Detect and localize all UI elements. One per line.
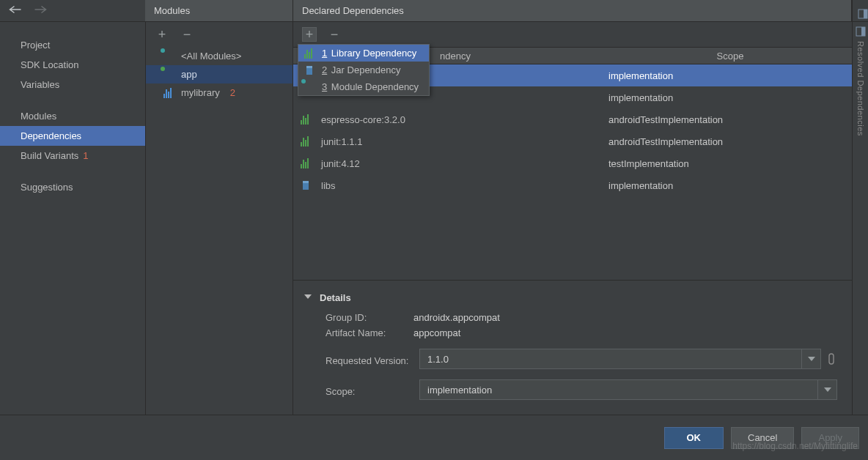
sidebar-item-build-variants[interactable]: Build Variants1 <box>0 146 145 166</box>
group-id-value: androidx.appcompat <box>413 312 500 323</box>
version-label: Requested Version: <box>304 352 413 366</box>
apply-button[interactable]: Apply <box>801 427 859 449</box>
artifact-label: Artifact Name: <box>304 327 413 338</box>
resolved-deps-tab[interactable]: Resolved Dependencies <box>852 22 868 415</box>
dependency-row[interactable]: junit:4.12 testImplementation <box>293 152 852 174</box>
details-title: Details <box>320 292 351 303</box>
bars-icon <box>301 158 314 168</box>
sidebar-item-sdk-location[interactable]: SDK Location <box>0 55 145 75</box>
bars-icon <box>301 114 314 125</box>
dependency-row[interactable]: espresso-core:3.2.0 androidTestImplement… <box>293 108 852 130</box>
dropdown-arrow-icon[interactable] <box>817 380 836 399</box>
dropdown-arrow-icon[interactable] <box>801 349 820 368</box>
artifact-value: appcompat <box>413 327 460 338</box>
folder-icon <box>163 51 175 62</box>
module-app[interactable]: app <box>146 65 293 84</box>
menu-module-dependency[interactable]: 3 Module Dependency <box>298 78 429 95</box>
menu-library-dependency[interactable]: 1 Library Dependency <box>298 45 429 62</box>
bars-icon <box>163 88 175 98</box>
sidebar-item-project[interactable]: Project <box>0 35 145 55</box>
svg-rect-6 <box>829 354 834 364</box>
sidebar-item-dependencies[interactable]: Dependencies <box>0 126 145 146</box>
svg-rect-1 <box>864 10 867 18</box>
ok-button[interactable]: OK <box>664 427 724 449</box>
attach-icon[interactable] <box>827 352 837 366</box>
modules-panel-title: Modules <box>145 0 293 21</box>
svg-rect-3 <box>306 66 312 68</box>
right-tab-icon[interactable] <box>852 0 868 21</box>
modules-column: + − <All Modules> app mylibrary 2 <box>145 22 293 415</box>
group-id-label: Group ID: <box>304 312 413 323</box>
nav-back-icon[interactable] <box>9 4 22 17</box>
scope-label: Scope: <box>304 383 413 397</box>
remove-dependency-button[interactable]: − <box>327 27 342 42</box>
folder-icon <box>163 70 175 80</box>
scope-input[interactable] <box>420 385 817 396</box>
collapse-icon[interactable] <box>304 292 312 303</box>
bars-icon <box>301 136 314 146</box>
declared-deps-title: Declared Dependencies <box>293 0 852 21</box>
cancel-button[interactable]: Cancel <box>731 427 794 449</box>
sidebar-item-suggestions[interactable]: Suggestions <box>0 177 145 197</box>
dependencies-column: + − 1 Library Dependency 2 Jar Dependenc… <box>293 22 852 415</box>
menu-jar-dependency[interactable]: 2 Jar Dependency <box>298 62 429 78</box>
sidebar: Project SDK Location Variables Modules D… <box>0 22 145 415</box>
nav-forward-icon[interactable] <box>34 4 47 17</box>
bars-icon <box>304 48 316 59</box>
folder-icon <box>304 82 316 92</box>
jar-icon <box>304 65 316 75</box>
annotation-1: 1 <box>83 150 88 161</box>
add-dependency-button[interactable]: + <box>302 27 317 42</box>
svg-rect-5 <box>303 181 309 183</box>
add-dependency-menu: 1 Library Dependency 2 Jar Dependency 3 … <box>298 44 430 96</box>
module-mylibrary[interactable]: mylibrary 2 <box>146 84 293 102</box>
dependency-row[interactable]: libs implementation <box>293 174 852 196</box>
version-combo[interactable] <box>419 349 821 369</box>
sidebar-item-modules[interactable]: Modules <box>0 106 145 126</box>
svg-rect-8 <box>861 27 865 36</box>
remove-module-button[interactable]: − <box>180 27 194 42</box>
dependency-row[interactable]: junit:1.1.1 androidTestImplementation <box>293 130 852 152</box>
annotation-2: 2 <box>230 87 235 98</box>
version-input[interactable] <box>420 354 801 365</box>
add-module-button[interactable]: + <box>155 27 169 42</box>
scope-combo[interactable] <box>419 379 837 400</box>
sidebar-item-variables[interactable]: Variables <box>0 75 145 94</box>
details-panel: Details Group ID: androidx.appcompat Art… <box>293 280 852 415</box>
module-all-modules[interactable]: <All Modules> <box>146 47 293 65</box>
dialog-footer: OK Cancel Apply <box>0 415 868 460</box>
jar-icon <box>301 180 314 190</box>
